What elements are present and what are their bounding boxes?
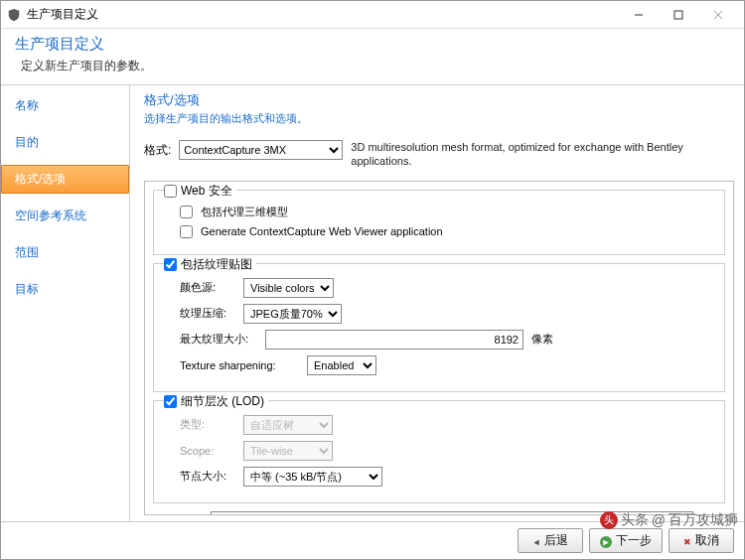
web-security-label: Web 安全 [181,183,232,200]
lod-label: 细节层次 (LOD) [181,393,264,410]
page-title: 生产项目定义 [15,35,730,54]
max-texture-input[interactable] [265,330,523,350]
max-texture-label: 最大纹理大小: [180,332,257,347]
sidebar: 名称 目的 格式/选项 空间参考系统 范围 目标 [1,85,130,521]
lod-type-label: 类型: [180,417,235,432]
cancel-button[interactable]: 取消 [669,528,734,553]
sidebar-item-format[interactable]: 格式/选项 [1,165,129,194]
format-hint: 3D multiresolution mesh format, optimize… [351,140,734,169]
lod-node-select[interactable]: 中等 (~35 kB/节点) [243,467,382,487]
web-security-checkbox[interactable] [164,185,177,198]
sidebar-item-purpose[interactable]: 目的 [1,128,129,157]
group-texture: 包括纹理贴图 颜色源: Visible colors 纹理压缩: JPEG质量7… [153,263,725,392]
maximize-button[interactable] [659,1,698,29]
lod-type-select: 自适应树 [243,415,333,435]
lod-node-label: 节点大小: [180,469,235,484]
svg-rect-1 [674,11,682,19]
back-button[interactable]: 后退 [518,528,583,553]
web-viewer-checkbox[interactable] [180,225,193,238]
skirt-input[interactable] [211,511,693,515]
arrow-left-icon [532,534,541,548]
skirt-row: 裙子: 像素 [153,511,729,515]
sidebar-item-target[interactable]: 目标 [1,275,129,304]
skirt-unit: 像素 [699,512,723,515]
group-web: Web 安全 包括代理三维模型 Generate ContextCapture … [153,190,725,255]
window-title: 生产项目定义 [27,6,619,23]
lod-scope-select: Tile-wise [243,441,333,461]
sidebar-item-extent[interactable]: 范围 [1,238,129,267]
footer: 后退 下一步 取消 [1,521,744,559]
section-desc: 选择生产项目的输出格式和选项。 [144,111,734,126]
app-icon [7,8,21,22]
proxy-mesh-label: 包括代理三维模型 [201,205,288,219]
page-subtitle: 定义新生产项目的参数。 [15,58,730,74]
lod-scope-label: Scope: [180,445,235,457]
texture-checkbox[interactable] [164,258,177,271]
web-viewer-label: Generate ContextCapture Web Viewer appli… [201,225,443,237]
options-panel: Web 安全 包括代理三维模型 Generate ContextCapture … [144,181,734,515]
titlebar: 生产项目定义 [1,1,744,29]
section-title: 格式/选项 [144,91,734,109]
sharpening-select[interactable]: Enabled [307,355,376,375]
max-texture-unit: 像素 [531,332,553,347]
skirt-checkbox[interactable] [159,514,172,515]
sidebar-item-name[interactable]: 名称 [1,91,129,120]
next-button[interactable]: 下一步 [589,528,663,553]
format-select[interactable]: ContextCapture 3MX [179,140,343,160]
color-source-label: 颜色源: [180,280,235,295]
sharpening-label: Texture sharpening: [180,359,299,371]
sidebar-item-srs[interactable]: 空间参考系统 [1,202,129,230]
arrow-right-icon [600,534,612,548]
format-label: 格式: [144,140,171,159]
minimize-button[interactable] [619,1,659,29]
proxy-mesh-checkbox[interactable] [180,206,193,218]
color-source-select[interactable]: Visible colors [243,278,334,298]
header: 生产项目定义 定义新生产项目的参数。 [1,29,744,84]
compression-label: 纹理压缩: [180,306,235,321]
texture-label: 包括纹理贴图 [181,256,252,273]
group-lod: 细节层次 (LOD) 类型: 自适应树 Scope: Tile-wise 节点大… [153,400,725,503]
skirt-label: 裙子: [178,512,205,515]
lod-checkbox[interactable] [164,395,177,408]
close-button[interactable] [698,1,738,29]
cancel-icon [683,534,691,548]
compression-select[interactable]: JPEG质量70% [243,304,342,324]
